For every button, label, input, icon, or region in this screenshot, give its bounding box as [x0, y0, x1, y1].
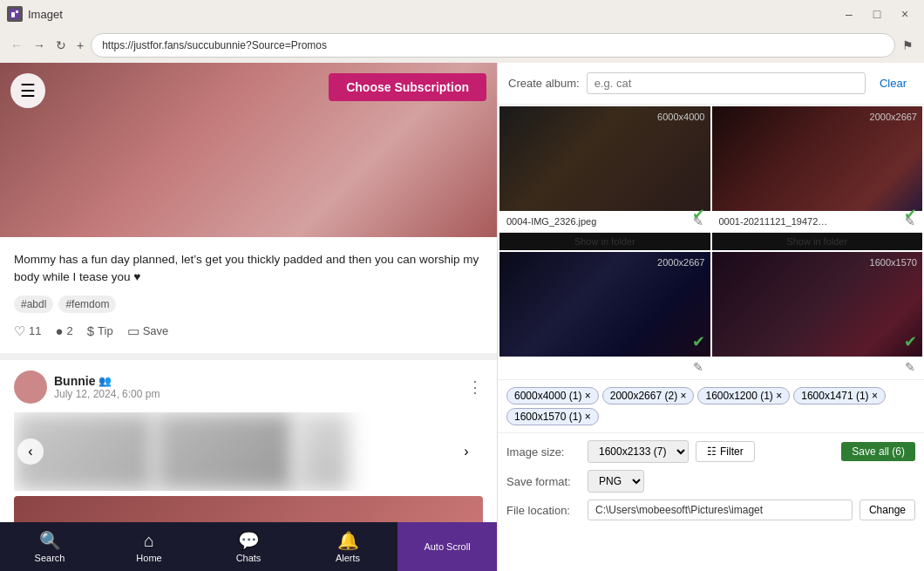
carousel-next-button[interactable]: ›: [453, 438, 479, 465]
post-date: July 12, 2024, 6:00 pm: [54, 388, 160, 400]
size-tag-1[interactable]: 2000x2667 (2) ×: [602, 387, 695, 404]
save-button[interactable]: ▭ Save: [127, 323, 169, 339]
close-button[interactable]: ×: [893, 5, 917, 23]
post-area: ☰ Choose Subscription Mommy has a fun da…: [0, 63, 497, 522]
size-tag-0[interactable]: 6000x4000 (1) ×: [506, 387, 599, 404]
size-tag-4[interactable]: 1600x1570 (1) ×: [506, 408, 599, 425]
nav-auto-scroll[interactable]: Auto Scroll: [397, 522, 497, 571]
nav-chats[interactable]: 💬 Chats: [199, 522, 298, 571]
check-icon-2: ✔: [904, 205, 917, 224]
image-filename-2: 0001-20211121_194728.jpg: [719, 216, 832, 227]
tip-label: Tip: [98, 324, 113, 337]
album-bar: Create album: Clear: [498, 63, 924, 105]
heart-icon: ♡: [14, 323, 25, 339]
file-location-input[interactable]: [588, 500, 853, 520]
app-title: Imaget: [28, 8, 63, 21]
home-icon: ⌂: [144, 531, 154, 551]
new-tab-button[interactable]: +: [73, 35, 87, 56]
image-res-1: 6000x4000: [657, 112, 704, 122]
size-tag-2[interactable]: 1600x1200 (1) ×: [697, 387, 790, 404]
nav-search[interactable]: 🔍 Search: [0, 522, 99, 571]
avatar: [14, 370, 47, 404]
bookmark-button[interactable]: ⚑: [899, 35, 917, 56]
divider: [0, 353, 497, 360]
left-panel: ☰ Choose Subscription Mommy has a fun da…: [0, 63, 497, 571]
maximize-button[interactable]: □: [865, 5, 889, 23]
author-name: Bunnie: [54, 374, 95, 388]
nav-auto-scroll-label: Auto Scroll: [424, 541, 470, 552]
image-card-3: 2000x2667 ✔ ✎: [499, 252, 710, 377]
like-button[interactable]: ♡ 11: [14, 323, 41, 339]
chat-icon: 💬: [238, 530, 260, 551]
nav-search-label: Search: [35, 553, 65, 563]
create-album-label: Create album:: [508, 77, 580, 90]
change-button[interactable]: Change: [859, 500, 915, 520]
titlebar-controls: – □ ×: [837, 5, 917, 23]
image-res-4: 1600x1570: [870, 257, 917, 268]
image-carousel: ‹ ›: [14, 412, 483, 491]
controls-area: Image size: 1600x2133 (7) ☷ Filter Save …: [498, 432, 924, 527]
sub-post-header: Bunnie 👥 July 12, 2024, 6:00 pm ⋮: [14, 370, 483, 404]
reload-button[interactable]: ↻: [52, 35, 70, 56]
address-bar[interactable]: [91, 33, 895, 58]
right-panel: Create album: Clear 6000x4000 ✔ 0004-IMG…: [497, 63, 924, 571]
tip-button[interactable]: $ Tip: [87, 323, 113, 338]
sub-post-info: Bunnie 👥 July 12, 2024, 6:00 pm: [14, 370, 160, 404]
sub-post: Bunnie 👥 July 12, 2024, 6:00 pm ⋮ ‹: [0, 360, 497, 523]
check-icon-4: ✔: [904, 332, 917, 351]
album-input[interactable]: [587, 72, 866, 94]
more-options-button[interactable]: ⋮: [467, 377, 483, 397]
nav-home[interactable]: ⌂ Home: [99, 522, 199, 571]
image-thumb-1: [499, 106, 710, 211]
size-tag-3[interactable]: 1600x1471 (1) ×: [793, 387, 886, 404]
clear-button[interactable]: Clear: [873, 73, 914, 93]
format-select[interactable]: PNG: [588, 470, 644, 493]
post-actions: ♡ 11 ● 2 $ Tip ▭ Save: [14, 323, 483, 339]
show-folder-button-2[interactable]: Show in folder: [712, 232, 923, 250]
menu-button[interactable]: ☰: [10, 73, 45, 108]
carousel-prev-button[interactable]: ‹: [17, 438, 44, 465]
post-hero: ☰ Choose Subscription: [0, 63, 497, 237]
back-button[interactable]: ←: [7, 35, 26, 56]
carousel-image-3: [296, 412, 349, 491]
image-res-2: 2000x2667: [870, 112, 917, 122]
image-thumb-4: [712, 252, 923, 357]
carousel-images: [14, 412, 483, 491]
image-footer-1: 0004-IMG_2326.jpeg ✎: [499, 211, 710, 232]
tag-abdl: #abdl: [14, 296, 53, 313]
post-tags: #abdl #femdom: [14, 296, 483, 313]
size-tag-label-4: 1600x1570 (1) ×: [514, 411, 591, 423]
filter-button[interactable]: ☷ Filter: [696, 441, 755, 462]
image-footer-3: ✎: [499, 357, 710, 377]
minimize-button[interactable]: –: [837, 5, 861, 23]
image-footer-2: 0001-20211121_194728.jpg ✎: [712, 211, 923, 232]
edit-button-4[interactable]: ✎: [905, 360, 915, 374]
bookmark-save-icon: ▭: [127, 323, 139, 339]
post-text: Mommy has a fun day planned, let’s get y…: [14, 251, 483, 287]
save-format-label: Save format:: [506, 475, 581, 488]
show-folder-button-1[interactable]: Show in folder: [499, 232, 710, 250]
edit-button-3[interactable]: ✎: [693, 360, 703, 374]
nav-alerts-label: Alerts: [336, 553, 360, 563]
search-icon: 🔍: [39, 530, 61, 551]
check-icon-1: ✔: [692, 205, 705, 224]
image-card-1: 6000x4000 ✔ 0004-IMG_2326.jpeg ✎ Show in…: [499, 106, 710, 250]
carousel-image-2: [155, 412, 295, 491]
bottom-nav: 🔍 Search ⌂ Home 💬 Chats 🔔 Alerts Auto Sc…: [0, 522, 497, 571]
filter-icon: ☷: [707, 445, 717, 458]
image-size-select[interactable]: 1600x2133 (7): [588, 440, 689, 463]
choose-subscription-button[interactable]: Choose Subscription: [329, 73, 486, 101]
save-all-button[interactable]: Save all (6): [841, 442, 915, 461]
svg-rect-2: [16, 10, 18, 13]
main-content: ☰ Choose Subscription Mommy has a fun da…: [0, 63, 924, 571]
save-format-row: Save format: PNG: [506, 470, 915, 493]
tags-area: 6000x4000 (1) × 2000x2667 (2) × 1600x120…: [498, 379, 924, 432]
titlebar-left: Imaget: [7, 6, 63, 22]
nav-alerts[interactable]: 🔔 Alerts: [298, 522, 397, 571]
comment-button[interactable]: ● 2: [55, 323, 72, 338]
titlebar: Imaget – □ ×: [0, 0, 924, 28]
forward-button[interactable]: →: [30, 35, 49, 56]
app-icon: [7, 6, 23, 22]
image-filename-1: 0004-IMG_2326.jpeg: [506, 216, 596, 227]
size-tag-label-3: 1600x1471 (1) ×: [801, 390, 878, 402]
